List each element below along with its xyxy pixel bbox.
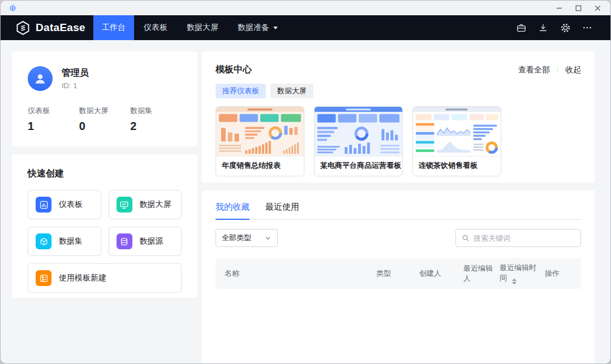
template-card-list: 年度销售总结报表 <box>216 106 581 176</box>
titlebar <box>1 1 610 15</box>
chevron-down-icon <box>264 235 272 242</box>
template-card-title: 某电商平台商品运营看板 <box>315 157 402 176</box>
create-dataset-button[interactable]: 数据集 <box>28 227 101 256</box>
main-nav: 工作台 仪表板 数据大屏 数据准备 <box>93 15 287 40</box>
template-card-title: 连锁茶饮销售看板 <box>413 157 501 176</box>
more-ellipsis-icon[interactable] <box>581 21 593 34</box>
template-card-title: 年度销售总结报表 <box>216 157 304 176</box>
stat-dashboard: 仪表板 1 <box>28 106 79 133</box>
search-box <box>455 229 581 247</box>
dataease-logo-icon <box>8 3 17 12</box>
tab-data-screens[interactable]: 数据大屏 <box>270 84 313 98</box>
user-name: 管理员 <box>62 67 89 79</box>
template-thumbnail-orange <box>216 107 304 157</box>
favorites-toolbar: 全部类型 <box>216 229 581 247</box>
template-thumbnail-light <box>413 107 501 157</box>
search-input[interactable] <box>474 234 575 242</box>
nav-item-workbench[interactable]: 工作台 <box>93 15 134 40</box>
tab-recommended-dashboards[interactable]: 推荐仪表板 <box>216 84 266 98</box>
navbar-actions <box>515 15 610 40</box>
column-header-last-edit-time: 最近编辑时间 <box>500 263 545 284</box>
brand: DataEase <box>15 15 85 40</box>
main-content: 管理员 ID: 1 仪表板 1 数据大屏 0 数据集 2 <box>1 40 610 363</box>
column-header-creator: 创建人 <box>419 268 463 279</box>
column-header-actions: 操作 <box>545 268 572 279</box>
quick-create-card: 快速创建 仪表板 <box>12 154 197 298</box>
database-icon <box>117 233 132 249</box>
nav-item-dashboard[interactable]: 仪表板 <box>134 15 177 40</box>
favorites-tabs: 我的收藏 最近使用 <box>216 202 581 220</box>
table-header-row: 名称 类型 创建人 最近编辑人 最近编辑时间 操作 <box>216 258 581 289</box>
template-card-annual-sales[interactable]: 年度销售总结报表 <box>216 106 304 176</box>
app-window: DataEase 工作台 仪表板 数据大屏 数据准备 <box>0 0 611 364</box>
vertical-divider <box>557 66 558 73</box>
template-layout-icon <box>36 270 51 286</box>
tab-my-favorites[interactable]: 我的收藏 <box>216 202 249 219</box>
column-header-last-editor: 最近编辑人 <box>463 263 500 284</box>
minimize-icon[interactable] <box>549 1 569 15</box>
caret-down-icon <box>273 27 278 29</box>
favorites-panel: 我的收藏 最近使用 全部类型 <box>202 190 595 363</box>
user-stats: 仪表板 1 数据大屏 0 数据集 2 <box>28 106 182 133</box>
nav-item-data-prepare[interactable]: 数据准备 <box>228 15 287 40</box>
type-filter-value: 全部类型 <box>222 233 251 243</box>
gear-icon[interactable] <box>559 21 571 34</box>
nav-item-data-screen[interactable]: 数据大屏 <box>177 15 228 40</box>
collapse-link[interactable]: 收起 <box>565 65 581 75</box>
table-empty-area <box>216 289 581 363</box>
brand-name: DataEase <box>36 21 85 34</box>
create-datasource-button[interactable]: 数据源 <box>109 227 182 256</box>
column-header-type: 类型 <box>376 268 419 279</box>
type-filter-select[interactable]: 全部类型 <box>216 229 278 247</box>
search-icon <box>462 234 470 242</box>
template-thumbnail-blue <box>315 107 402 157</box>
quick-create-title: 快速创建 <box>28 168 182 180</box>
cube-icon <box>36 233 51 249</box>
create-from-template-button[interactable]: 使用模板新建 <box>28 263 182 293</box>
user-card: 管理员 ID: 1 仪表板 1 数据大屏 0 数据集 2 <box>12 51 197 146</box>
template-center-panel: 模板中心 查看全部 收起 推荐仪表板 数据大屏 <box>202 51 595 183</box>
dataease-hexagon-logo-icon <box>15 20 31 36</box>
window-controls <box>549 1 607 15</box>
close-icon[interactable] <box>588 1 607 15</box>
create-dashboard-button[interactable]: 仪表板 <box>28 190 101 219</box>
view-all-link[interactable]: 查看全部 <box>518 65 550 75</box>
sort-icon[interactable] <box>512 279 517 284</box>
avatar <box>28 66 53 91</box>
left-sidebar: 管理员 ID: 1 仪表板 1 数据大屏 0 数据集 2 <box>12 51 197 363</box>
navbar: DataEase 工作台 仪表板 数据大屏 数据准备 <box>1 15 610 40</box>
right-column: 模板中心 查看全部 收起 推荐仪表板 数据大屏 <box>202 51 595 363</box>
download-icon[interactable] <box>537 21 549 34</box>
user-id: ID: 1 <box>62 81 89 90</box>
template-center-title: 模板中心 <box>216 64 252 76</box>
column-header-name: 名称 <box>225 268 376 279</box>
template-card-ecommerce[interactable]: 某电商平台商品运营看板 <box>314 106 403 176</box>
stat-data-screen: 数据大屏 0 <box>79 106 131 133</box>
maximize-icon[interactable] <box>569 1 588 15</box>
stat-dataset: 数据集 2 <box>130 106 182 133</box>
template-tabs: 推荐仪表板 数据大屏 <box>216 84 581 98</box>
template-card-tea-chain[interactable]: 连锁茶饮销售看板 <box>412 106 501 176</box>
bar-chart-icon <box>36 197 51 213</box>
screen-monitor-icon <box>117 197 132 213</box>
create-data-screen-button[interactable]: 数据大屏 <box>109 190 182 219</box>
toolbox-icon[interactable] <box>515 21 527 34</box>
tab-recently-used[interactable]: 最近使用 <box>265 202 299 219</box>
